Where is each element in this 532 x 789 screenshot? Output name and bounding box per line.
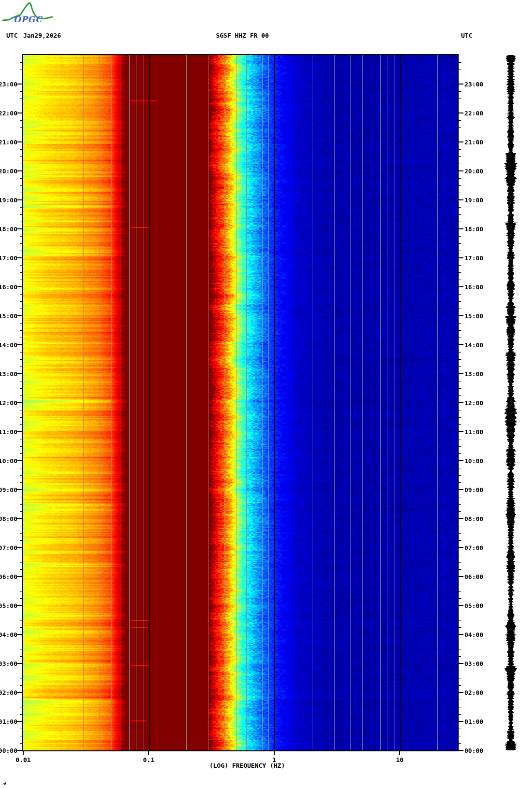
time-label-right: 20:00 [464,168,483,174]
time-tick-minor [20,265,23,266]
time-tick-minor [458,446,461,447]
time-tick-minor [458,468,461,468]
time-label-right: 15:00 [464,313,483,319]
time-tick-major [458,402,463,403]
time-tick-major [17,113,23,113]
time-tick-minor [458,127,461,128]
time-tick-minor [458,381,461,381]
time-tick-minor [458,743,461,744]
plot-frame [22,54,459,751]
time-tick-minor [458,417,461,418]
time-tick-major [17,286,23,287]
time-tick-minor [20,700,23,700]
time-tick-minor [20,410,23,410]
time-tick-major [17,547,23,548]
time-tick-minor [20,99,23,99]
time-tick-minor [458,135,461,135]
time-tick-minor [458,185,461,186]
time-tick-minor [458,700,461,700]
time-tick-minor [20,707,23,707]
time-tick-minor [458,251,461,251]
time-label-right: 06:00 [464,574,483,580]
time-label-right: 19:00 [464,197,483,203]
time-tick-minor [458,359,461,360]
time-tick-minor [458,620,461,620]
time-tick-minor [458,352,461,352]
time-tick-minor [20,511,23,512]
time-tick-minor [20,591,23,592]
time-tick-major [458,344,463,345]
time-tick-minor [458,424,461,425]
freq-tick [274,750,275,755]
time-tick-minor [458,280,461,280]
time-tick-major [458,113,463,113]
time-tick-minor [458,106,461,106]
time-tick-minor [20,178,23,179]
time-tick-minor [20,685,23,686]
time-label-left: 11:00 [0,429,17,435]
time-tick-minor [20,649,23,649]
time-label-right: 17:00 [464,255,483,261]
time-label-right: 09:00 [464,487,483,493]
time-tick-minor [458,309,461,309]
time-tick-minor [20,366,23,367]
time-tick-minor [20,475,23,476]
time-tick-minor [458,584,461,584]
time-tick-minor [458,62,461,63]
plot-title: SGSF HHZ FR 00 [170,32,315,39]
x-axis-label: (LOG) FREQUENCY (HZ) [175,762,320,769]
time-tick-minor [458,91,461,92]
time-tick-minor [458,236,461,237]
time-tick-minor [20,149,23,150]
time-tick-minor [458,504,461,505]
freq-tick-label: 10 [396,756,404,763]
time-tick-minor [20,214,23,215]
time-label-left: 17:00 [0,255,17,261]
time-tick-minor [458,736,461,736]
time-tick-minor [20,584,23,584]
time-label-right: 10:00 [464,458,483,464]
time-tick-minor [20,352,23,352]
time-tick-minor [458,395,461,396]
time-tick-minor [458,613,461,613]
time-tick-minor [20,598,23,599]
time-tick-minor [458,627,461,628]
time-tick-minor [458,656,461,657]
header-utc-right: UTC [461,32,472,39]
time-tick-minor [458,330,461,331]
time-label-right: 21:00 [464,139,483,145]
time-tick-minor [458,642,461,642]
time-label-left: 01:00 [0,719,17,725]
time-tick-major [458,228,463,229]
time-label-left: 22:00 [0,110,17,116]
time-tick-minor [20,77,23,77]
time-tick-minor [458,678,461,678]
time-tick-minor [458,714,461,715]
time-tick-minor [20,439,23,439]
time-tick-minor [458,214,461,215]
time-tick-major [17,692,23,693]
time-tick-minor [458,439,461,439]
time-tick-minor [20,736,23,736]
time-tick-minor [458,649,461,649]
time-tick-major [17,460,23,461]
spectrogram-page: OPGC UTC Jan29,2026 SGSF HHZ FR 00 UTC 2… [0,0,532,789]
time-label-left: 08:00 [0,516,17,522]
time-label-right: 05:00 [464,603,483,609]
time-tick-minor [458,475,461,476]
time-tick-minor [20,453,23,454]
time-tick-minor [458,598,461,599]
time-tick-minor [458,338,461,338]
freq-tick-label: 0.01 [15,756,30,763]
time-tick-minor [458,569,461,570]
time-tick-minor [20,120,23,121]
time-tick-major [458,373,463,374]
time-tick-minor [20,91,23,92]
time-tick-major [458,605,463,606]
time-tick-major [17,634,23,635]
time-tick-minor [20,193,23,193]
time-label-left: 05:00 [0,603,17,609]
time-tick-major [458,84,463,85]
time-label-right: 08:00 [464,516,483,522]
helicorder-trace-canvas [496,55,525,750]
